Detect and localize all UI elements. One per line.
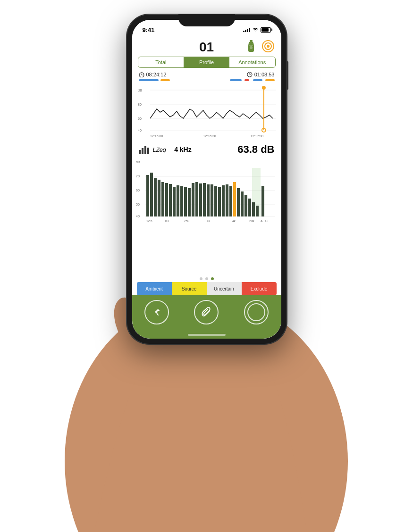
tab-total[interactable]: Total — [138, 57, 184, 67]
legend-bar-yellow1 — [160, 79, 170, 81]
svg-rect-66 — [256, 206, 259, 216]
paperclip-icon — [201, 307, 211, 317]
elapsed-timer: 08:24:12 — [139, 72, 167, 77]
svg-text:12:16:30: 12:16:30 — [203, 134, 216, 138]
svg-text:40: 40 — [136, 215, 140, 218]
svg-text:250: 250 — [184, 219, 189, 223]
notch — [178, 14, 235, 26]
ambient-button[interactable]: Ambient — [137, 282, 172, 295]
home-indicator — [188, 334, 226, 336]
svg-text:12:16:00: 12:16:00 — [150, 134, 163, 138]
svg-rect-55 — [214, 186, 217, 216]
metric-value: 63.8 dB — [237, 143, 274, 156]
svg-rect-1 — [250, 40, 253, 42]
svg-text:63: 63 — [165, 219, 169, 223]
phone-screen: 9:41 — [132, 20, 281, 339]
dot-1 — [200, 277, 202, 280]
legend-bar-blue2 — [230, 79, 242, 81]
svg-rect-64 — [248, 199, 251, 216]
svg-text:A: A — [261, 219, 263, 223]
svg-rect-45 — [177, 185, 179, 216]
svg-text:60: 60 — [138, 117, 142, 120]
svg-rect-47 — [184, 187, 187, 216]
home-bar-container — [132, 332, 281, 339]
svg-rect-37 — [146, 175, 149, 216]
elapsed-time: 08:24:12 — [146, 72, 167, 77]
svg-rect-58 — [226, 184, 228, 216]
signal-bars-icon — [243, 28, 250, 32]
phone-container: 9:41 — [126, 14, 287, 344]
svg-text:80: 80 — [138, 103, 142, 106]
time-chart: dB 80 60 40 12:16:00 1 — [137, 83, 277, 140]
svg-rect-38 — [150, 173, 153, 216]
svg-text:60: 60 — [136, 189, 140, 192]
category-row: Ambient Source Uncertain Exclude — [137, 282, 277, 295]
metric-row: LZeq 4 kHz 63.8 dB — [132, 141, 281, 158]
legend-row — [132, 78, 281, 82]
svg-rect-60 — [233, 182, 236, 216]
timer-row: 08:24:12 01:08:53 — [132, 71, 281, 78]
svg-point-2 — [250, 46, 253, 49]
svg-text:dB: dB — [136, 160, 140, 164]
svg-rect-46 — [180, 186, 183, 216]
svg-rect-42 — [165, 183, 168, 216]
svg-text:12:17:00: 12:17:00 — [250, 134, 263, 138]
legend-bar-blue1 — [139, 79, 159, 81]
duration-icon — [247, 72, 253, 77]
legend-bar-blue3 — [253, 79, 262, 81]
metric-label: LZeq — [153, 146, 166, 153]
phone-frame: 9:41 — [126, 14, 287, 344]
chart-bars-icon — [139, 145, 149, 154]
svg-text:20k: 20k — [249, 219, 254, 223]
svg-rect-53 — [207, 184, 210, 216]
measurement-number: 01 — [199, 40, 214, 55]
svg-rect-63 — [244, 195, 247, 216]
app-content: 01 — [132, 37, 281, 339]
wifi-icon — [252, 27, 259, 32]
duration-time: 01:08:53 — [254, 72, 275, 77]
bottom-toolbar — [132, 295, 281, 332]
svg-rect-61 — [237, 188, 240, 216]
svg-point-18 — [261, 86, 265, 90]
svg-rect-44 — [173, 187, 176, 216]
svg-rect-65 — [252, 202, 255, 216]
svg-rect-57 — [222, 185, 225, 216]
svg-rect-25 — [144, 146, 146, 154]
svg-rect-50 — [195, 182, 198, 216]
svg-rect-56 — [218, 187, 221, 216]
elapsed-icon — [139, 72, 144, 77]
source-button[interactable]: Source — [172, 282, 207, 295]
svg-text:70: 70 — [136, 175, 140, 178]
header-icons — [244, 40, 275, 53]
legend-bar-yellow2 — [265, 79, 275, 81]
target-icon[interactable] — [261, 40, 275, 53]
attach-button[interactable] — [194, 300, 219, 324]
svg-rect-54 — [211, 184, 213, 216]
exclude-button[interactable]: Exclude — [242, 282, 277, 295]
battery-icon — [261, 27, 271, 33]
tab-bar: Total Profile Annotations — [138, 57, 276, 68]
uncertain-button[interactable]: Uncertain — [207, 282, 242, 295]
tab-profile[interactable]: Profile — [184, 57, 229, 67]
record-inner — [247, 303, 265, 321]
svg-rect-49 — [192, 183, 194, 216]
app-header: 01 — [132, 37, 281, 57]
record-button[interactable] — [244, 300, 269, 324]
svg-rect-43 — [169, 184, 172, 216]
legend-bar-red — [244, 79, 249, 81]
svg-rect-24 — [142, 148, 143, 154]
svg-text:40: 40 — [138, 129, 142, 132]
back-button[interactable] — [144, 300, 169, 324]
svg-text:4k: 4k — [232, 219, 236, 223]
bottle-icon[interactable] — [244, 40, 258, 53]
svg-rect-52 — [203, 183, 206, 216]
svg-point-6 — [267, 45, 270, 48]
dot-2 — [205, 277, 208, 280]
tab-annotations[interactable]: Annotations — [229, 57, 275, 67]
svg-rect-62 — [241, 191, 244, 216]
svg-text:dB: dB — [138, 89, 142, 92]
page-dots — [132, 275, 281, 282]
svg-rect-59 — [229, 186, 232, 216]
back-icon — [152, 307, 162, 317]
svg-rect-23 — [139, 150, 141, 154]
